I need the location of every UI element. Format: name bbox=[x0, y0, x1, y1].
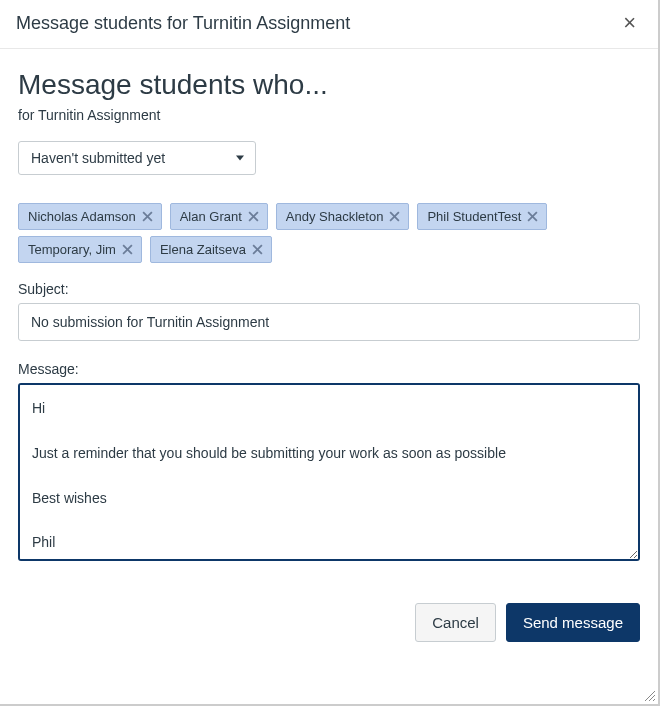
remove-recipient-button[interactable] bbox=[248, 211, 259, 222]
remove-recipient-button[interactable] bbox=[252, 244, 263, 255]
recipient-chip: Alan Grant bbox=[170, 203, 268, 230]
close-button[interactable]: × bbox=[617, 10, 642, 36]
cancel-button[interactable]: Cancel bbox=[415, 603, 496, 642]
recipient-chip: Temporary, Jim bbox=[18, 236, 142, 263]
recipient-name: Elena Zaitseva bbox=[160, 242, 246, 257]
svg-line-14 bbox=[653, 699, 655, 701]
message-students-modal: Message students for Turnitin Assignment… bbox=[0, 0, 660, 706]
close-icon: × bbox=[623, 10, 636, 35]
modal-footer: Cancel Send message bbox=[0, 585, 658, 664]
send-message-button[interactable]: Send message bbox=[506, 603, 640, 642]
remove-recipient-button[interactable] bbox=[142, 211, 153, 222]
resize-grip-icon bbox=[642, 688, 656, 702]
recipient-chip: Phil StudentTest bbox=[417, 203, 547, 230]
recipient-chips: Nicholas AdamsonAlan GrantAndy Shackleto… bbox=[18, 203, 640, 263]
recipient-name: Phil StudentTest bbox=[427, 209, 521, 224]
recipient-name: Andy Shackleton bbox=[286, 209, 384, 224]
remove-recipient-button[interactable] bbox=[389, 211, 400, 222]
filter-select-wrap: Haven't submitted yet bbox=[18, 141, 256, 175]
subject-label: Subject: bbox=[18, 281, 640, 297]
close-icon bbox=[389, 211, 400, 222]
close-icon bbox=[142, 211, 153, 222]
recipient-name: Temporary, Jim bbox=[28, 242, 116, 257]
message-textarea[interactable] bbox=[18, 383, 640, 561]
page-title: Message students who... bbox=[18, 69, 640, 101]
modal-header: Message students for Turnitin Assignment… bbox=[0, 0, 658, 49]
message-label: Message: bbox=[18, 361, 640, 377]
svg-line-13 bbox=[649, 695, 655, 701]
svg-line-12 bbox=[645, 691, 655, 701]
modal-body: Message students who... for Turnitin Ass… bbox=[0, 49, 658, 585]
close-icon bbox=[252, 244, 263, 255]
subject-input[interactable] bbox=[18, 303, 640, 341]
recipient-name: Nicholas Adamson bbox=[28, 209, 136, 224]
close-icon bbox=[248, 211, 259, 222]
remove-recipient-button[interactable] bbox=[527, 211, 538, 222]
close-icon bbox=[527, 211, 538, 222]
close-icon bbox=[122, 244, 133, 255]
remove-recipient-button[interactable] bbox=[122, 244, 133, 255]
recipient-chip: Nicholas Adamson bbox=[18, 203, 162, 230]
recipient-chip: Andy Shackleton bbox=[276, 203, 410, 230]
modal-title: Message students for Turnitin Assignment bbox=[16, 13, 350, 34]
recipient-chip: Elena Zaitseva bbox=[150, 236, 272, 263]
recipient-name: Alan Grant bbox=[180, 209, 242, 224]
page-subhead: for Turnitin Assignment bbox=[18, 107, 640, 123]
filter-select[interactable]: Haven't submitted yet bbox=[18, 141, 256, 175]
